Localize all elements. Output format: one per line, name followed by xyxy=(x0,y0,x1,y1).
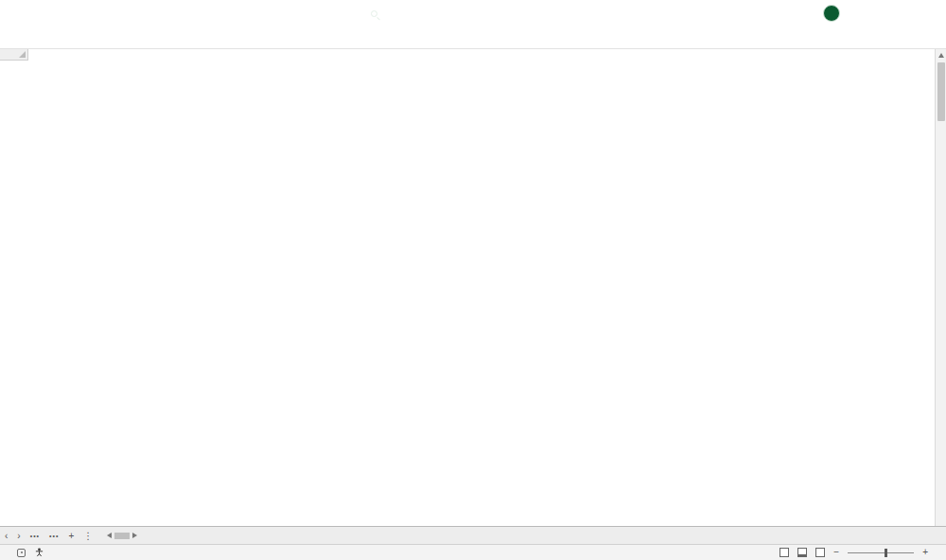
tab-options-icon[interactable]: ⋮ xyxy=(79,527,97,544)
share-button[interactable] xyxy=(901,29,938,45)
sheet-nav-right-icon[interactable]: › xyxy=(12,527,25,544)
ribbon xyxy=(0,26,946,49)
share-icon xyxy=(908,34,916,41)
quick-access-toolbar: X ↺ ↻ xyxy=(0,7,112,21)
chevron-down-icon xyxy=(925,36,931,39)
page-break-view-icon[interactable] xyxy=(815,548,825,557)
excel-window: X ↺ ↻ × xyxy=(0,0,946,560)
customize-quick-access-icon[interactable] xyxy=(104,10,112,16)
window-controls: × xyxy=(823,0,946,26)
minimize-icon[interactable] xyxy=(855,0,885,26)
normal-view-icon[interactable] xyxy=(780,548,789,557)
scroll-left-icon[interactable] xyxy=(107,533,112,538)
scroll-up-icon[interactable] xyxy=(938,53,944,58)
sheet-list-icon[interactable]: ••• xyxy=(26,527,44,544)
vertical-scroll-thumb[interactable] xyxy=(937,62,945,121)
zoom-slider-thumb[interactable] xyxy=(885,549,887,557)
sheet-nav-left-icon[interactable]: ‹ xyxy=(0,527,12,544)
redo-icon[interactable]: ↻ xyxy=(78,8,95,19)
undo-icon[interactable]: ↺ xyxy=(51,8,68,19)
sheet-tab-bar: ‹ › ••• ••• + ⋮ xyxy=(0,526,946,544)
search-box[interactable] xyxy=(362,5,591,22)
zoom-in-icon[interactable]: + xyxy=(922,548,928,557)
scroll-right-icon[interactable] xyxy=(132,533,137,538)
more-sheets-icon[interactable]: ••• xyxy=(44,527,63,544)
horizontal-scroll-thumb[interactable] xyxy=(114,533,130,539)
new-sheet-icon[interactable]: + xyxy=(63,527,79,544)
spreadsheet-grid xyxy=(0,49,946,526)
search-icon xyxy=(371,10,377,17)
user-avatar[interactable] xyxy=(823,5,840,22)
vertical-scrollbar[interactable] xyxy=(935,49,946,526)
status-bar: − + xyxy=(0,544,946,560)
close-icon[interactable]: × xyxy=(916,0,946,26)
title-bar: X ↺ ↻ × xyxy=(0,0,946,26)
zoom-out-icon[interactable]: − xyxy=(833,548,839,557)
zoom-slider[interactable] xyxy=(848,552,914,553)
horizontal-scrollbar[interactable] xyxy=(101,527,143,544)
restore-icon[interactable] xyxy=(885,0,916,26)
excel-app-icon[interactable]: X xyxy=(8,7,22,21)
save-icon[interactable] xyxy=(31,9,42,19)
macro-record-icon[interactable] xyxy=(17,549,26,557)
accessibility-icon xyxy=(35,548,44,557)
page-layout-view-icon[interactable] xyxy=(797,548,807,557)
